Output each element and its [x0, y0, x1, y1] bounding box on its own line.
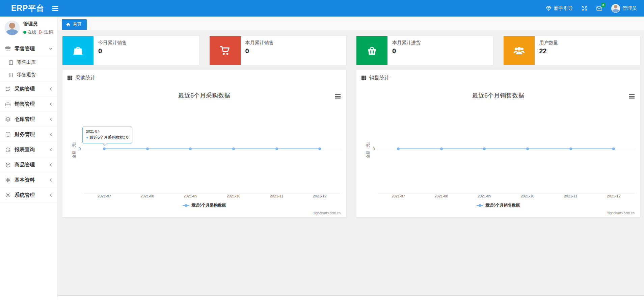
user-menu[interactable]: 管理员 [611, 4, 637, 13]
sales-chart: 最近6个月销售数据 金额（元） 0 2021-072021-082021-092… [356, 85, 640, 217]
tooltip-value: 0 [126, 135, 129, 140]
layers-icon [5, 116, 11, 122]
y-axis-tick: 0 [369, 147, 375, 151]
data-point[interactable] [526, 147, 529, 150]
chevron-left-icon [49, 102, 53, 106]
tooltip-date: 2021-07 [86, 129, 129, 133]
user-avatar [611, 4, 620, 13]
chevron-left-icon [49, 117, 53, 121]
gem-icon [546, 6, 552, 11]
sidebar-toggle-button[interactable] [52, 5, 58, 12]
sidebar-item-label: 系统管理 [15, 192, 45, 198]
stat-card-1[interactable]: 本月累计销售0 [210, 36, 346, 65]
data-point[interactable] [103, 147, 106, 150]
sidebar-item-2[interactable]: 销售管理 [0, 97, 57, 112]
data-point[interactable] [232, 147, 235, 150]
data-point[interactable] [569, 147, 572, 150]
data-point[interactable] [612, 147, 615, 150]
highcharts-credit[interactable]: Highcharts.com.cn [313, 211, 341, 215]
shopping-basket-icon [356, 36, 387, 65]
data-point[interactable] [189, 147, 192, 150]
sidebar-menu: 零售管理零售出库零售退货采购管理销售管理仓库管理财务管理报表查询商品管理基本资料… [0, 41, 57, 203]
online-status-label: 在线 [28, 29, 36, 35]
sidebar-user-avatar [5, 21, 20, 35]
tab-home-label: 首页 [73, 21, 82, 27]
guide-link[interactable]: 新手引导 [546, 5, 573, 11]
legend-item[interactable]: 最近6个月采购数据 [62, 202, 346, 208]
logout-icon [38, 30, 43, 34]
sidebar-item-label: 报表查询 [15, 146, 45, 153]
data-point[interactable] [146, 147, 149, 150]
sidebar-item-label: 销售管理 [15, 101, 45, 107]
panel-title: 采购统计 [75, 75, 96, 81]
expand-icon [582, 5, 587, 11]
messages-button[interactable]: 0 [596, 5, 602, 11]
sidebar-item-8[interactable]: 系统管理 [0, 188, 57, 203]
legend-label: 最近6个月销售数据 [485, 202, 520, 208]
fullscreen-button[interactable] [582, 5, 587, 11]
stat-card-label: 本月累计进货 [392, 40, 421, 46]
stat-card-0[interactable]: 今日累计销售0 [62, 36, 199, 65]
online-status-icon [23, 31, 26, 34]
guide-label: 新手引导 [554, 5, 573, 11]
highcharts-credit[interactable]: Highcharts.com.cn [607, 211, 635, 215]
stat-card-value: 0 [245, 47, 274, 55]
sidebar-item-7[interactable]: 基本资料 [0, 172, 57, 188]
data-point[interactable] [275, 147, 278, 150]
gift-icon [5, 46, 11, 52]
chart-tooltip: 2021-07 ●最近6个月采购数据: 0 [82, 127, 132, 143]
x-axis-line [377, 192, 635, 192]
tooltip-series-label: 最近6个月采购数据: [89, 135, 126, 140]
chevron-left-icon [49, 133, 53, 136]
sidebar-item-4[interactable]: 财务管理 [0, 127, 57, 142]
data-point[interactable] [483, 147, 486, 150]
sidebar-item-3[interactable]: 仓库管理 [0, 112, 57, 127]
x-axis-label: 2021-10 [227, 194, 240, 198]
data-point[interactable] [440, 147, 443, 150]
x-axis-label: 2021-12 [607, 194, 620, 198]
tabs-bar: 首页 [57, 17, 644, 30]
x-axis-label: 2021-08 [140, 194, 154, 198]
series-marker-dot: ● [86, 135, 88, 139]
x-axis-label: 2021-11 [564, 194, 578, 198]
sidebar-item-label: 仓库管理 [15, 116, 45, 122]
chevron-left-icon [49, 178, 53, 182]
sidebar-item-0[interactable]: 零售管理 [0, 41, 57, 56]
legend-marker-icon [183, 204, 189, 207]
grid-icon [5, 177, 11, 183]
journal-icon [8, 72, 14, 78]
sidebar-item-1[interactable]: 采购管理 [0, 81, 57, 97]
purchase-stats-panel: 采购统计 最近6个月采购数据 金额（元） 0 2021-072021-08202… [62, 70, 346, 217]
sidebar-item-label: 采购管理 [15, 86, 45, 92]
stat-card-label: 用户数量 [539, 40, 558, 46]
messages-badge: 0 [601, 3, 606, 7]
stat-card-label: 本月累计销售 [245, 40, 274, 46]
panel-title: 销售统计 [369, 75, 390, 81]
sidebar-item-label: 基本资料 [15, 177, 45, 183]
sidebar-subitem-label: 零售出库 [17, 59, 36, 65]
sidebar-item-6[interactable]: 商品管理 [0, 157, 57, 172]
home-icon [66, 22, 71, 27]
legend-item[interactable]: 最近6个月销售数据 [356, 202, 640, 208]
tab-home[interactable]: 首页 [62, 19, 87, 30]
chevron-left-icon [49, 193, 53, 197]
sidebar-subitem[interactable]: 零售退货 [0, 69, 57, 81]
plot-area: 2021-072021-082021-092021-102021-112021-… [377, 85, 635, 217]
legend-marker-icon [477, 204, 483, 207]
stat-cards-row: 今日累计销售0本月累计销售0本月累计进货0用户数量22 [62, 36, 640, 65]
sidebar-item-5[interactable]: 报表查询 [0, 142, 57, 157]
stat-card-2[interactable]: 本月累计进货0 [356, 36, 493, 65]
x-axis-label: 2021-12 [313, 194, 326, 198]
sales-stats-panel: 销售统计 最近6个月销售数据 金额（元） 0 2021-072021-08202… [356, 70, 640, 217]
data-point[interactable] [397, 147, 400, 150]
sidebar-subitem[interactable]: 零售出库 [0, 56, 57, 69]
repeat-icon [5, 86, 11, 92]
data-point[interactable] [318, 147, 321, 150]
logout-link[interactable]: 注销 [44, 29, 53, 35]
app-logo[interactable]: ERP平台 [11, 3, 44, 13]
stat-card-3[interactable]: 用户数量22 [504, 36, 640, 65]
shopping-cart-icon [210, 36, 241, 65]
x-axis-label: 2021-08 [434, 194, 448, 198]
th-grid-icon [68, 76, 72, 80]
sidebar-item-label: 财务管理 [15, 131, 45, 138]
